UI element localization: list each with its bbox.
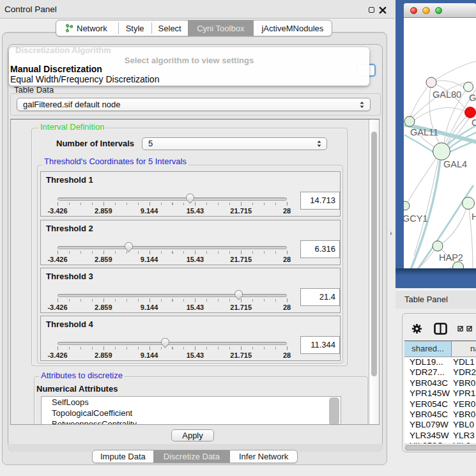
svg-text:GAL80: GAL80 (433, 89, 461, 100)
svg-text:HAP2: HAP2 (439, 252, 463, 263)
svg-text:GAL4: GAL4 (443, 159, 467, 169)
svg-text:H: H (472, 211, 476, 222)
svg-text:GA: GA (469, 93, 476, 103)
svg-text:C: C (472, 118, 476, 128)
svg-text:GAL11: GAL11 (410, 127, 438, 137)
svg-text:GCY1: GCY1 (404, 213, 428, 224)
